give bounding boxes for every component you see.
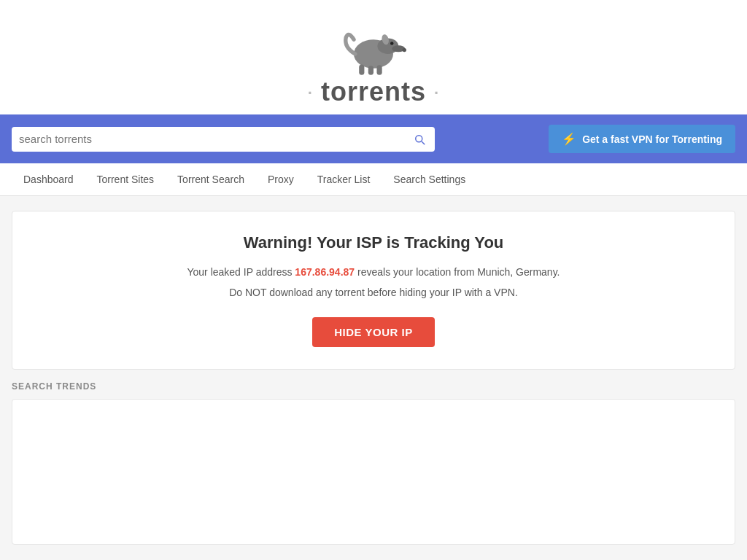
svg-point-3 — [403, 48, 406, 52]
logo-title: · torrents · — [308, 77, 439, 107]
warning-line1-suffix: reveals your location from Munich, Germa… — [355, 266, 560, 278]
nav-torrent-sites[interactable]: Torrent Sites — [85, 163, 166, 195]
header: · torrents · — [0, 0, 747, 114]
svg-rect-6 — [359, 64, 364, 74]
nav-bar: Dashboard Torrent Sites Torrent Search P… — [0, 163, 747, 196]
search-input-wrapper — [12, 127, 435, 152]
search-trends-section: SEARCH TRENDS — [12, 381, 735, 545]
nav-proxy[interactable]: Proxy — [256, 163, 306, 195]
search-input[interactable] — [19, 133, 411, 145]
search-icon — [413, 133, 426, 146]
svg-rect-8 — [377, 65, 382, 75]
warning-box: Warning! Your ISP is Tracking You Your l… — [12, 211, 735, 370]
nav-dashboard[interactable]: Dashboard — [12, 163, 85, 195]
logo-dots-right: · — [434, 84, 439, 102]
search-button[interactable] — [411, 131, 427, 147]
lightning-icon: ⚡ — [562, 132, 576, 146]
nav-tracker-list[interactable]: Tracker List — [306, 163, 382, 195]
svg-point-4 — [390, 42, 394, 45]
warning-line1: Your leaked IP address 167.86.94.87 reve… — [27, 264, 720, 280]
nav-search-settings[interactable]: Search Settings — [382, 163, 477, 195]
warning-title: Warning! Your ISP is Tracking You — [27, 233, 720, 252]
logo-icon — [341, 15, 406, 80]
logo-dots-left: · — [308, 84, 313, 102]
warning-line1-prefix: Your leaked IP address — [187, 266, 295, 278]
logo-container: · torrents · — [308, 15, 439, 107]
search-trends-label: SEARCH TRENDS — [12, 381, 735, 392]
search-bar: ⚡ Get a fast VPN for Torrenting — [0, 114, 747, 163]
search-trends-box — [12, 399, 735, 545]
warning-ip: 167.86.94.87 — [295, 266, 355, 278]
svg-rect-7 — [368, 66, 374, 75]
vpn-button[interactable]: ⚡ Get a fast VPN for Torrenting — [549, 125, 735, 153]
hide-ip-button[interactable]: HIDE YOUR IP — [312, 317, 434, 347]
nav-torrent-search[interactable]: Torrent Search — [166, 163, 256, 195]
warning-line2: Do NOT download any torrent before hidin… — [27, 284, 720, 300]
